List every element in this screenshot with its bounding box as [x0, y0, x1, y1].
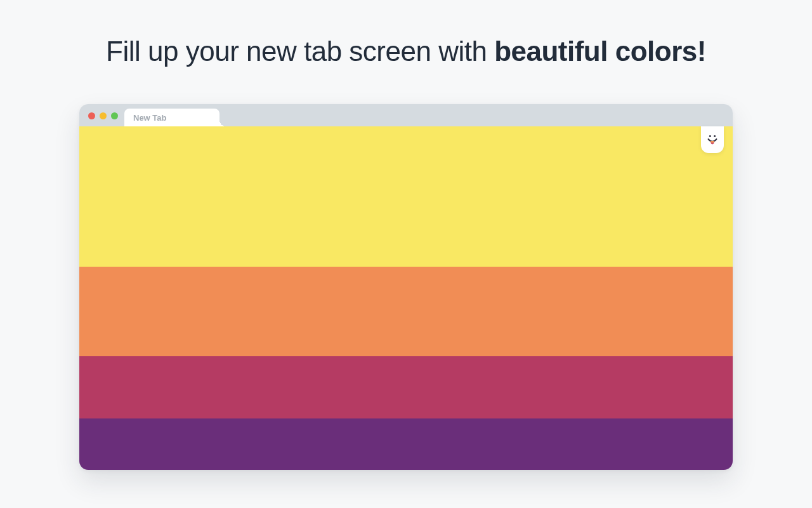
svg-point-1 [714, 135, 716, 137]
palette-stripe [79, 418, 733, 470]
minimize-window-button[interactable] [100, 112, 107, 119]
browser-titlebar: New Tab [79, 104, 733, 126]
new-tab-content [79, 126, 733, 470]
close-window-button[interactable] [88, 112, 95, 119]
browser-tab[interactable]: New Tab [124, 109, 219, 126]
zoom-window-button[interactable] [111, 112, 118, 119]
browser-tab-label: New Tab [133, 113, 167, 123]
face-tongue-icon [705, 133, 719, 147]
palette-stripe [79, 356, 733, 418]
page-headline: Fill up your new tab screen with beautif… [0, 0, 812, 67]
palette-stripe [79, 267, 733, 356]
traffic-lights [88, 112, 118, 119]
headline-bold: beautiful colors! [494, 36, 706, 67]
browser-window: New Tab [79, 104, 733, 470]
extension-badge[interactable] [701, 126, 724, 153]
headline-prefix: Fill up your new tab screen with [106, 36, 494, 67]
palette-stripe [79, 126, 733, 267]
svg-point-0 [709, 135, 711, 137]
